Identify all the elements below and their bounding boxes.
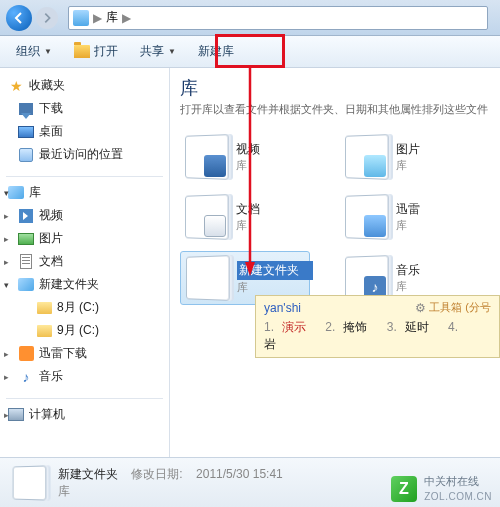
expand-icon[interactable]: ▾ xyxy=(4,188,9,198)
nav-sidebar: ★ 收藏夹 下载 桌面 最近访问的位置 ▾ xyxy=(0,68,170,457)
sidebar-music[interactable]: ▸ ♪ 音乐 xyxy=(0,365,169,388)
music-icon: ♪ xyxy=(18,369,34,385)
divider xyxy=(6,176,163,177)
star-icon: ★ xyxy=(8,78,24,94)
new-library-label: 新建库 xyxy=(198,43,234,60)
download-icon xyxy=(18,101,34,117)
status-type: 库 xyxy=(58,483,283,500)
expand-icon[interactable]: ▸ xyxy=(4,349,9,359)
body-area: ★ 收藏夹 下载 桌面 最近访问的位置 ▾ xyxy=(0,68,500,457)
sidebar-xunlei[interactable]: ▸ 迅雷下载 xyxy=(0,342,169,365)
library-item-documents[interactable]: 文档库 xyxy=(180,191,310,243)
status-modified-label: 修改日期: xyxy=(131,467,182,481)
chevron-down-icon: ▼ xyxy=(168,47,176,56)
folder-icon xyxy=(18,277,34,293)
library-item-pictures[interactable]: 图片库 xyxy=(340,131,470,183)
video-library-icon xyxy=(184,135,228,179)
breadcrumb-sep: ▶ xyxy=(122,11,131,25)
rename-input[interactable]: 新建文件夹 xyxy=(237,261,313,280)
folder-open-icon xyxy=(74,45,90,58)
ime-candidate-1[interactable]: 1.演示 xyxy=(264,320,314,334)
ime-candidate-2[interactable]: 2.掩饰 xyxy=(325,320,375,334)
open-button[interactable]: 打开 xyxy=(64,39,128,64)
page-subtitle: 打开库以查看文件并根据文件夹、日期和其他属性排列这些文件 xyxy=(180,102,490,117)
folder-icon xyxy=(36,323,52,339)
breadcrumb-root[interactable]: 库 xyxy=(106,9,118,26)
libraries-header[interactable]: ▾ 库 xyxy=(0,181,169,204)
sidebar-recent[interactable]: 最近访问的位置 xyxy=(0,143,169,166)
computer-icon xyxy=(8,407,24,423)
explorer-window: ▶ 库 ▶ 组织 ▼ 打开 共享 ▼ 新建库 ★ 收藏夹 xyxy=(0,0,500,507)
sidebar-documents[interactable]: ▸ 文档 xyxy=(0,250,169,273)
xunlei-icon xyxy=(18,346,34,362)
document-library-icon xyxy=(184,195,228,239)
picture-library-icon xyxy=(344,135,388,179)
main-content: 库 打开库以查看文件并根据文件夹、日期和其他属性排列这些文件 视频库 图片库 文… xyxy=(170,68,500,457)
expand-icon[interactable]: ▸ xyxy=(4,211,9,221)
items-grid: 视频库 图片库 文档库 迅雷库 新建文件夹 xyxy=(180,131,490,305)
picture-icon xyxy=(18,231,34,247)
ime-candidate-3[interactable]: 3.延时 xyxy=(387,320,437,334)
expand-icon[interactable]: ▾ xyxy=(4,280,9,290)
chevron-down-icon: ▼ xyxy=(44,47,52,56)
library-item-videos[interactable]: 视频库 xyxy=(180,131,310,183)
sidebar-subfolder-aug[interactable]: 8月 (C:) xyxy=(0,296,169,319)
favorites-header[interactable]: ★ 收藏夹 xyxy=(0,74,169,97)
status-name: 新建文件夹 xyxy=(58,467,118,481)
music-library-icon: ♪ xyxy=(344,256,388,300)
expand-icon[interactable]: ▸ xyxy=(4,410,9,420)
page-title: 库 xyxy=(180,76,490,100)
gear-icon: ⚙ xyxy=(415,301,426,315)
document-icon xyxy=(18,254,34,270)
breadcrumb-sep: ▶ xyxy=(93,11,102,25)
video-icon xyxy=(18,208,34,224)
new-library-button[interactable]: 新建库 xyxy=(188,39,244,64)
expand-icon[interactable]: ▸ xyxy=(4,372,9,382)
share-menu[interactable]: 共享 ▼ xyxy=(130,39,186,64)
toolbar: 组织 ▼ 打开 共享 ▼ 新建库 xyxy=(0,36,500,68)
library-icon xyxy=(185,256,229,300)
libraries-icon xyxy=(8,185,24,201)
ime-candidate-window[interactable]: yan'shi ⚙ 工具箱 (分号 1.演示 2.掩饰 3.延时 4.岩 xyxy=(255,295,500,358)
status-bar: 新建文件夹 修改日期: 2011/5/30 15:41 库 中关村在线 ZOL.… xyxy=(0,457,500,507)
expand-icon[interactable]: ▸ xyxy=(4,257,9,267)
address-bar[interactable]: ▶ 库 ▶ xyxy=(68,6,488,30)
status-modified-value: 2011/5/30 15:41 xyxy=(196,467,283,481)
desktop-icon xyxy=(18,124,34,140)
organize-menu[interactable]: 组织 ▼ xyxy=(6,39,62,64)
nav-back-button[interactable] xyxy=(6,5,32,31)
sidebar-downloads[interactable]: 下载 xyxy=(0,97,169,120)
share-label: 共享 xyxy=(140,43,164,60)
divider xyxy=(6,398,163,399)
sidebar-pictures[interactable]: ▸ 图片 xyxy=(0,227,169,250)
titlebar: ▶ 库 ▶ xyxy=(0,0,500,36)
sidebar-subfolder-sep[interactable]: 9月 (C:) xyxy=(0,319,169,342)
ime-toolbox[interactable]: ⚙ 工具箱 (分号 xyxy=(415,300,491,315)
ime-input-text: yan'shi xyxy=(264,301,301,315)
zol-logo-icon xyxy=(391,476,417,502)
selected-item-icon xyxy=(10,464,48,502)
library-item-xunlei[interactable]: 迅雷库 xyxy=(340,191,470,243)
expand-icon[interactable]: ▸ xyxy=(4,234,9,244)
watermark: 中关村在线 ZOL.COM.CN xyxy=(391,474,492,503)
open-label: 打开 xyxy=(94,43,118,60)
sidebar-computer[interactable]: ▸ 计算机 xyxy=(0,403,169,426)
sidebar-videos[interactable]: ▸ 视频 xyxy=(0,204,169,227)
organize-label: 组织 xyxy=(16,43,40,60)
sidebar-desktop[interactable]: 桌面 xyxy=(0,120,169,143)
ime-candidates: 1.演示 2.掩饰 3.延时 4.岩 xyxy=(264,319,491,353)
folder-icon xyxy=(36,300,52,316)
libraries-icon xyxy=(73,10,89,26)
recent-icon xyxy=(18,147,34,163)
status-text: 新建文件夹 修改日期: 2011/5/30 15:41 库 xyxy=(58,466,283,500)
nav-forward-button xyxy=(36,7,58,29)
sidebar-newfolder[interactable]: ▾ 新建文件夹 xyxy=(0,273,169,296)
xunlei-library-icon xyxy=(344,195,388,239)
